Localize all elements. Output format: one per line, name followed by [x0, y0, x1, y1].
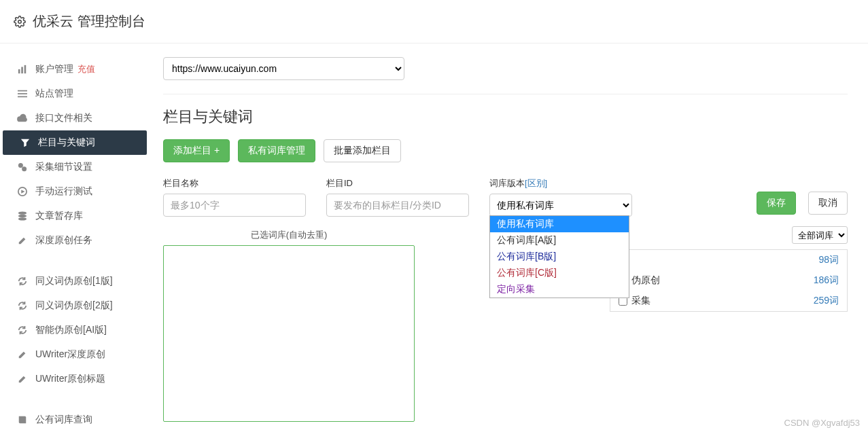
refresh-icon [16, 276, 29, 286]
svg-rect-5 [18, 93, 27, 94]
category-count: 186词 [814, 274, 839, 287]
page-title: 优采云 管理控制台 [33, 12, 145, 31]
lexicon-version-dropdown: 使用私有词库 公有词库[A版] 公有词库[B版] 公有词库[C版] 定向采集 [489, 215, 629, 298]
sidebar-item-label: 深度原创任务 [35, 234, 92, 247]
cancel-button[interactable]: 取消 [808, 192, 848, 215]
sidebar-item-syn2[interactable]: 同义词伪原创[2版] [0, 293, 150, 318]
stack-icon [16, 211, 29, 221]
edit-icon [16, 236, 29, 245]
main-content: https://www.ucaiyun.com 栏目与关键词 添加栏目 + 私有… [150, 43, 868, 432]
sidebar-item-label: UWriter深度原创 [35, 348, 105, 361]
sidebar-item-uwriter-title[interactable]: UWriter原创标题 [0, 367, 150, 391]
selected-lexicon-panel[interactable] [163, 245, 415, 422]
filter-icon [19, 138, 31, 147]
sidebar-item-label: 接口文件相关 [35, 112, 92, 124]
svg-rect-6 [18, 96, 27, 98]
column-name-input[interactable] [163, 194, 306, 217]
svg-point-8 [22, 166, 27, 171]
lexicon-category-panel: 98词 伪原创 186词 采集 259词 [610, 249, 848, 312]
add-column-button[interactable]: 添加栏目 + [163, 139, 230, 162]
gears-icon [16, 162, 29, 172]
bar-chart-icon [16, 65, 29, 74]
svg-rect-3 [24, 65, 27, 73]
sidebar-item-label: 同义词伪原创[2版] [35, 300, 113, 312]
section-title: 栏目与关键词 [163, 107, 848, 127]
svg-point-11 [18, 215, 27, 217]
sidebar-item-uwriter-deep[interactable]: UWriter深度原创 [0, 342, 150, 367]
dropdown-option[interactable]: 公有词库[B版] [490, 249, 629, 265]
lexicon-version-label: 词库版本[区别] [489, 177, 632, 190]
private-lexicon-button[interactable]: 私有词库管理 [238, 139, 315, 162]
selected-lexicon-caption: 已选词库(自动去重) [163, 229, 415, 241]
lexicon-filter-select[interactable]: 全部词库 [792, 226, 848, 244]
category-row[interactable]: 98词 [610, 250, 847, 270]
category-count: 98词 [818, 254, 839, 266]
site-url-select[interactable]: https://www.ucaiyun.com [163, 57, 404, 80]
category-label: 采集 [631, 295, 650, 307]
sidebar-item-label: 栏目与关键词 [38, 137, 95, 149]
sidebar: 账户管理 充值 站点管理 接口文件相关 栏目与关键词 采集细节设置 手动运 [0, 43, 150, 432]
sidebar-item-deep[interactable]: 深度原创任务 [0, 228, 150, 253]
sidebar-item-detail[interactable]: 采集细节设置 [0, 155, 150, 179]
top-header: 优采云 管理控制台 [0, 0, 868, 43]
svg-point-7 [18, 163, 23, 168]
sidebar-item-run[interactable]: 手动运行测试 [0, 179, 150, 204]
sidebar-item-extra[interactable]: 充值 [77, 63, 95, 75]
category-count: 259词 [814, 295, 839, 307]
sidebar-item-label: 手动运行测试 [35, 185, 92, 198]
play-icon [16, 187, 29, 196]
sidebar-item-label: 采集细节设置 [35, 161, 92, 173]
svg-point-12 [18, 217, 27, 220]
svg-rect-1 [18, 69, 20, 73]
sidebar-item-site[interactable]: 站点管理 [0, 82, 150, 106]
edit-icon [16, 350, 29, 359]
sidebar-item-ai[interactable]: 智能伪原创[AI版] [0, 318, 150, 342]
svg-rect-4 [18, 90, 27, 92]
sidebar-item-public-lexicon[interactable]: 公有词库查询 [0, 408, 150, 432]
svg-point-0 [18, 20, 22, 23]
column-id-label: 栏目ID [326, 177, 469, 190]
lexicon-version-select[interactable]: 使用私有词库 [489, 194, 632, 217]
sidebar-item-label: 文章暂存库 [35, 210, 83, 222]
version-diff-link[interactable]: [区别] [525, 178, 547, 188]
category-label: 伪原创 [631, 274, 660, 287]
sidebar-item-account[interactable]: 账户管理 充值 [0, 57, 150, 82]
edit-icon [16, 374, 29, 384]
dropdown-option[interactable]: 定向采集 [490, 281, 629, 298]
dropdown-option[interactable]: 公有词库[A版] [490, 232, 629, 249]
column-name-label: 栏目名称 [163, 177, 306, 190]
svg-point-10 [18, 211, 27, 214]
dropdown-option[interactable]: 使用私有词库 [490, 216, 629, 232]
divider [163, 94, 848, 94]
sidebar-item-api[interactable]: 接口文件相关 [0, 106, 150, 130]
sidebar-item-label: 站点管理 [35, 88, 73, 100]
gear-icon [14, 16, 26, 28]
batch-add-button[interactable]: 批量添加栏目 [324, 139, 401, 162]
sidebar-item-label: UWriter原创标题 [35, 373, 105, 385]
save-button[interactable]: 保存 [757, 192, 796, 215]
book-icon [16, 415, 29, 425]
sidebar-item-store[interactable]: 文章暂存库 [0, 204, 150, 228]
sidebar-item-label: 智能伪原创[AI版] [35, 324, 107, 336]
sidebar-item-label: 账户管理 [35, 63, 73, 75]
sidebar-item-columns[interactable]: 栏目与关键词 [3, 130, 147, 155]
category-row[interactable]: 采集 259词 [610, 291, 847, 311]
column-id-input[interactable] [326, 194, 469, 217]
sidebar-item-label: 公有词库查询 [35, 414, 92, 426]
category-row[interactable]: 伪原创 186词 [610, 270, 847, 291]
sidebar-item-label: 同义词伪原创[1版] [35, 275, 113, 287]
svg-rect-2 [21, 67, 23, 74]
dropdown-option[interactable]: 公有词库[C版] [490, 265, 629, 281]
sidebar-item-syn1[interactable]: 同义词伪原创[1版] [0, 269, 150, 293]
cloud-icon [16, 113, 29, 123]
watermark: CSDN @Xgvafdj53 [784, 418, 860, 428]
list-icon [16, 89, 29, 98]
refresh-icon [16, 301, 29, 310]
refresh-icon [16, 325, 29, 335]
